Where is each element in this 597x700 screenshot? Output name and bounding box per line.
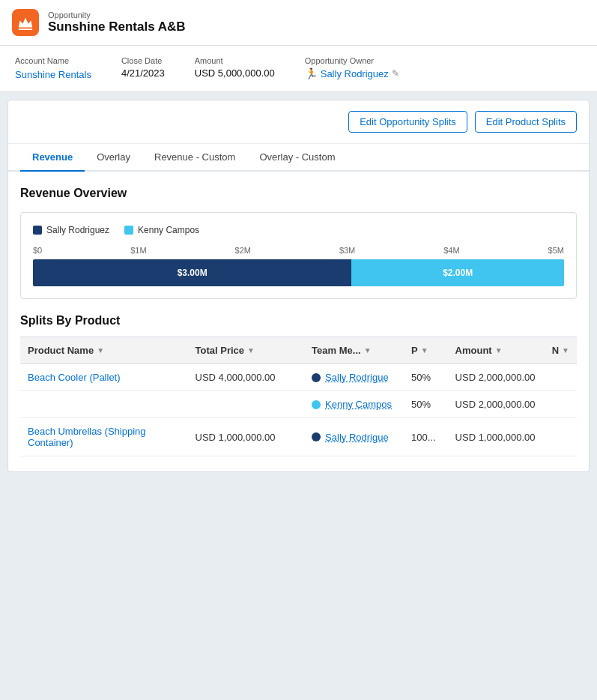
- legend-kenny: Kenny Campos: [124, 225, 199, 235]
- cell-pct-2: 100...: [404, 418, 448, 456]
- owner-row: 🏃 Sally Rodriguez ✎: [305, 67, 399, 79]
- sort-n-icon[interactable]: ▼: [562, 346, 569, 354]
- tabs-bar: Revenue Overlay Revenue - Custom Overlay…: [8, 144, 589, 172]
- owner-edit-icon[interactable]: ✎: [392, 68, 399, 79]
- owner-field: Opportunity Owner 🏃 Sally Rodriguez ✎: [305, 56, 399, 81]
- sort-price-icon[interactable]: ▼: [247, 346, 255, 354]
- chart-bars: $3.00M $2.00M: [33, 259, 564, 286]
- sort-product-icon[interactable]: ▼: [97, 346, 104, 354]
- edit-product-splits-button[interactable]: Edit Product Splits: [475, 111, 577, 133]
- cell-n-1a: [545, 364, 577, 391]
- tab-revenue[interactable]: Revenue: [20, 144, 85, 172]
- revenue-overview-title: Revenue Overview: [20, 187, 577, 200]
- amount-value: USD 5,000,000.00: [195, 67, 275, 79]
- tab-overlay[interactable]: Overlay: [85, 144, 142, 172]
- cell-price-2: USD 1,000,000.00: [188, 418, 305, 456]
- sort-pct-icon[interactable]: ▼: [421, 346, 428, 354]
- cell-product-1b: [20, 391, 188, 418]
- tab-revenue-custom[interactable]: Revenue - Custom: [142, 144, 247, 172]
- close-date-label: Close Date: [121, 56, 165, 65]
- table-row: Kenny Campos 50% USD 2,000,000.00: [20, 391, 577, 418]
- axis-5m: $5M: [548, 246, 564, 255]
- account-name-label: Account Name: [15, 56, 91, 65]
- team-member-cell-2: Sally Rodrigue: [312, 432, 396, 443]
- table-row: Beach Cooler (Pallet) USD 4,000,000.00 S…: [20, 364, 577, 391]
- axis-2m: $2M: [235, 246, 251, 255]
- th-percentage[interactable]: P ▼: [404, 337, 448, 364]
- toolbar: Edit Opportunity Splits Edit Product Spl…: [8, 100, 589, 144]
- table-body: Beach Cooler (Pallet) USD 4,000,000.00 S…: [20, 364, 577, 456]
- cell-amount-1a: USD 2,000,000.00: [448, 364, 545, 391]
- th-product-name[interactable]: Product Name ▼: [20, 337, 188, 364]
- member-dot-2: [312, 432, 321, 441]
- cell-n-2: [545, 418, 577, 456]
- cell-amount-2: USD 1,000,000.00: [448, 418, 545, 456]
- amount-label: Amount: [195, 56, 275, 65]
- th-amount[interactable]: Amount ▼: [448, 337, 545, 364]
- chart-axis: $0 $1M $2M $3M $4M $5M: [33, 246, 564, 255]
- revenue-overview-section: Revenue Overview Sally Rodriguez Kenny C…: [8, 172, 589, 471]
- header-text: Opportunity Sunshine Rentals A&B: [48, 10, 186, 34]
- th-price-label: Total Price: [196, 345, 245, 356]
- amount-field: Amount USD 5,000,000.00: [195, 56, 275, 81]
- close-date-value: 4/21/2023: [121, 67, 165, 79]
- cell-price-1: USD 4,000,000.00: [188, 364, 305, 391]
- th-n-label: N: [552, 345, 559, 356]
- cell-team-1b: Kenny Campos: [304, 391, 404, 418]
- axis-4m: $4M: [443, 246, 459, 255]
- cell-product-2: Beach Umbrellas (Shipping Container): [20, 418, 188, 456]
- cell-amount-1b: USD 2,000,000.00: [448, 391, 545, 418]
- meta-row: Account Name Sunshine Rentals Close Date…: [0, 46, 597, 92]
- header-title: Sunshine Rentals A&B: [48, 19, 186, 34]
- account-name-value[interactable]: Sunshine Rentals: [15, 69, 91, 80]
- team-member-cell-1a: Sally Rodrigue: [312, 372, 396, 383]
- th-amount-label: Amount: [455, 345, 492, 356]
- account-name-field: Account Name Sunshine Rentals: [15, 56, 91, 81]
- cell-n-1b: [545, 391, 577, 418]
- member-name-2[interactable]: Sally Rodrigue: [325, 432, 389, 443]
- table-header-row: Product Name ▼ Total Price ▼ Team Me...: [20, 337, 577, 364]
- sort-team-icon[interactable]: ▼: [364, 346, 372, 354]
- th-total-price[interactable]: Total Price ▼: [188, 337, 305, 364]
- legend-label-kenny: Kenny Campos: [138, 225, 199, 235]
- table-row: Beach Umbrellas (Shipping Container) USD…: [20, 418, 577, 456]
- axis-1m: $1M: [130, 246, 146, 255]
- axis-3m: $3M: [339, 246, 355, 255]
- member-name-1a[interactable]: Sally Rodrigue: [325, 372, 389, 383]
- legend-dot-sally: [33, 226, 42, 235]
- cell-team-1a: Sally Rodrigue: [304, 364, 404, 391]
- owner-avatar-icon: 🏃: [305, 67, 318, 79]
- cell-pct-1a: 50%: [404, 364, 448, 391]
- crown-svg: [17, 14, 34, 31]
- th-pct-label: P: [411, 345, 418, 356]
- sort-amount-icon[interactable]: ▼: [495, 346, 503, 354]
- close-date-field: Close Date 4/21/2023: [121, 56, 165, 81]
- legend-sally: Sally Rodriguez: [33, 225, 109, 235]
- axis-0: $0: [33, 246, 42, 255]
- app-header: Opportunity Sunshine Rentals A&B: [0, 0, 597, 46]
- legend-dot-kenny: [124, 226, 133, 235]
- owner-value[interactable]: Sally Rodriguez: [321, 68, 389, 79]
- bar-sally: $3.00M: [33, 259, 351, 286]
- chart-legend: Sally Rodriguez Kenny Campos: [33, 225, 564, 235]
- member-dot-1a: [312, 373, 321, 382]
- edit-opportunity-splits-button[interactable]: Edit Opportunity Splits: [348, 111, 467, 133]
- team-member-cell-1b: Kenny Campos: [312, 399, 396, 410]
- member-name-1b[interactable]: Kenny Campos: [325, 399, 392, 410]
- cell-team-2: Sally Rodrigue: [304, 418, 404, 456]
- th-n[interactable]: N ▼: [545, 337, 577, 364]
- owner-label: Opportunity Owner: [305, 56, 399, 65]
- bar-kenny: $2.00M: [351, 259, 564, 286]
- opportunity-icon: [12, 9, 39, 36]
- splits-by-product-title: Splits By Product: [20, 314, 577, 328]
- th-team-member[interactable]: Team Me... ▼: [304, 337, 404, 364]
- header-subtitle: Opportunity: [48, 10, 186, 19]
- product-link-1[interactable]: Beach Cooler (Pallet): [28, 372, 121, 383]
- splits-table: Product Name ▼ Total Price ▼ Team Me...: [20, 337, 577, 456]
- member-dot-1b: [312, 400, 321, 409]
- tab-overlay-custom[interactable]: Overlay - Custom: [247, 144, 347, 172]
- product-link-2[interactable]: Beach Umbrellas (Shipping Container): [28, 426, 146, 448]
- cell-pct-1b: 50%: [404, 391, 448, 418]
- main-content: Edit Opportunity Splits Edit Product Spl…: [7, 100, 590, 472]
- th-team-label: Team Me...: [312, 345, 361, 356]
